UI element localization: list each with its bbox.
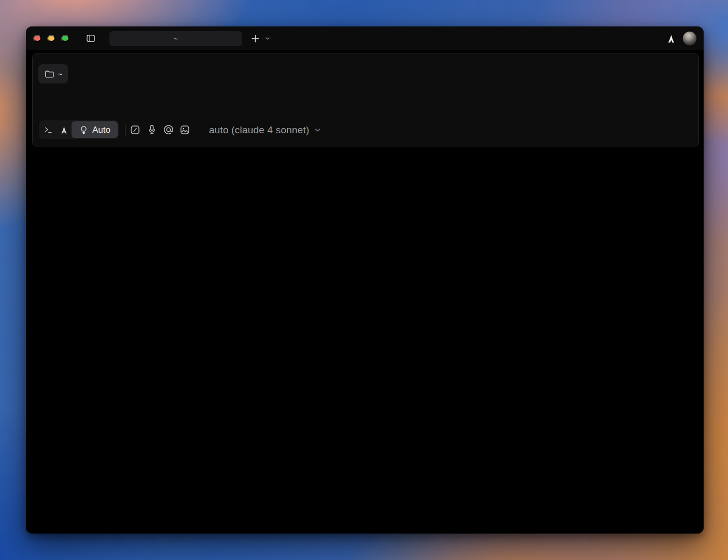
terminal-content-area[interactable]	[26, 151, 704, 534]
window-controls	[33, 35, 69, 42]
tab-title: ~	[174, 35, 178, 42]
microphone-icon[interactable]	[144, 121, 160, 138]
slash-command-icon[interactable]	[127, 121, 144, 138]
directory-chip-label: ~	[58, 70, 62, 78]
user-avatar[interactable]	[683, 32, 696, 45]
composer-panel[interactable]: ~	[32, 53, 699, 147]
zoom-button[interactable]	[61, 35, 69, 42]
desktop-wallpaper: ~	[0, 0, 728, 560]
directory-chip[interactable]: ~	[38, 64, 68, 83]
close-button[interactable]	[33, 35, 41, 42]
toolbar-divider	[202, 124, 202, 135]
chevron-down-icon	[314, 126, 321, 134]
warp-logo-icon	[60, 125, 68, 135]
titlebar: ~	[26, 26, 704, 50]
minimize-button[interactable]	[47, 35, 55, 42]
mention-at-icon[interactable]	[160, 121, 177, 138]
tab-current[interactable]: ~	[109, 31, 242, 46]
auto-mode-button[interactable]: Auto	[72, 121, 118, 138]
terminal-mode-button[interactable]	[40, 121, 56, 138]
image-attach-icon[interactable]	[177, 121, 193, 138]
titlebar-right	[666, 32, 696, 45]
tab-list-chevron-icon[interactable]	[263, 34, 272, 43]
agent-mode-button[interactable]	[56, 121, 72, 138]
model-selector[interactable]: auto (claude 4 sonnet)	[209, 125, 321, 135]
toolbar-divider	[125, 124, 125, 135]
terminal-prompt-icon	[43, 124, 53, 135]
lightbulb-icon	[79, 125, 89, 135]
warp-logo-icon[interactable]	[666, 33, 676, 44]
composer-toolbar: Auto	[39, 120, 692, 139]
sidebar-toggle-icon[interactable]	[85, 32, 97, 45]
mode-selector: Auto	[39, 120, 119, 139]
new-tab-plus-icon[interactable]	[248, 32, 262, 45]
auto-mode-label: Auto	[92, 125, 110, 134]
model-selector-label: auto (claude 4 sonnet)	[209, 125, 309, 135]
folder-icon	[44, 69, 54, 79]
app-window: ~	[26, 26, 704, 534]
